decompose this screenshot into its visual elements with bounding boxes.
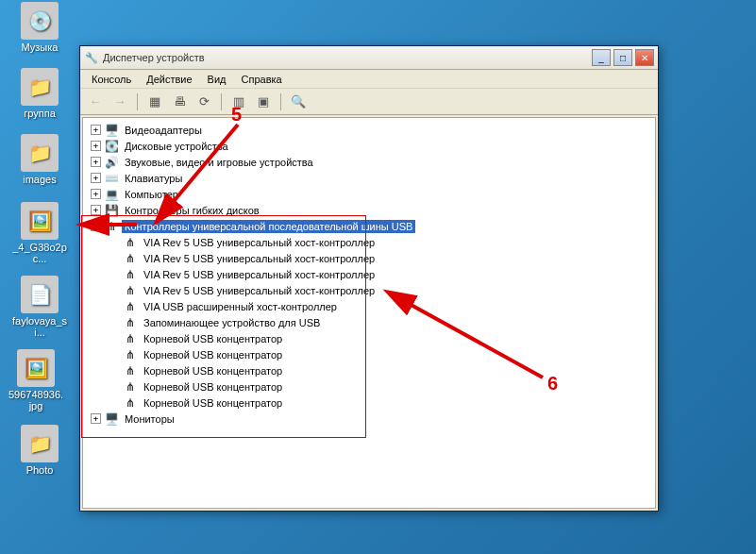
expander-icon[interactable]: + [91,141,101,151]
device-icon: ⋔ [123,299,138,314]
tree-view[interactable]: +🖥️Видеоадаптеры+💽Дисковые устройства+🔊З… [82,117,656,509]
update-button[interactable]: ▣ [254,92,273,111]
tree-node[interactable]: ⋔VIA Rev 5 USB универсальный хост-контро… [85,250,653,266]
expander-icon[interactable]: + [91,125,101,135]
desktop-icon-label: Photo [11,464,68,476]
node-label: VIA Rev 5 USB универсальный хост-контрол… [141,284,378,297]
device-icon: 🔊 [104,155,119,170]
expander-icon [109,349,120,360]
expander-icon [109,285,120,295]
tree-node[interactable]: ⋔Запоминающее устройство для USB [85,314,653,330]
minimize-button[interactable]: _ [592,49,611,66]
node-label: Звуковые, видео и игровые устройства [122,156,316,169]
close-button[interactable]: ✕ [635,49,654,66]
menubar: Консоль Действие Вид Справка [80,70,658,89]
tree-node[interactable]: +🔊Звуковые, видео и игровые устройства [85,154,653,170]
desktop-icon-image: 💿 [21,2,59,40]
device-icon: ⋔ [123,283,138,298]
tree-node[interactable]: −⋔Контроллеры универсальной последовател… [85,218,653,234]
desktop-icon-label: faylovaya_si... [11,315,68,338]
separator [280,93,281,110]
tree-node[interactable]: ⋔Корневой USB концентратор [85,378,653,395]
node-label: Корневой USB концентратор [141,364,285,378]
device-icon: ⋔ [123,267,138,282]
back-button[interactable]: ← [86,92,105,111]
menu-action[interactable]: Действие [139,72,199,87]
device-icon: ⌨️ [104,171,119,186]
node-label: VIA Rev 5 USB универсальный хост-контрол… [141,236,378,249]
desktop-icon-596748936.jpg[interactable]: 🖼️596748936.jpg [8,349,64,411]
desktop-icon-_4_G38o2pc...[interactable]: 🖼️_4_G38o2pc... [11,202,68,264]
expander-icon[interactable]: + [91,205,101,215]
properties-button[interactable]: ▦ [145,92,164,111]
expander-icon [109,253,120,263]
device-icon: ⋔ [104,219,119,234]
tree-node[interactable]: +💽Дисковые устройства [85,138,653,154]
desktop-icon-Photo[interactable]: 📁Photo [11,425,68,476]
desktop-icon-label: 596748936.jpg [8,389,64,411]
device-icon: 🖥️ [104,123,119,138]
forward-button[interactable]: → [110,92,129,111]
tree-node[interactable]: ⋔VIA Rev 5 USB универсальный хост-контро… [85,266,653,282]
titlebar[interactable]: 🔧 Диспетчер устройств _ □ ✕ [80,46,658,70]
device-icon: ⋔ [123,331,138,346]
app-icon: 🔧 [84,50,99,65]
node-label: Мониторы [122,412,177,426]
expander-icon[interactable]: + [91,157,101,167]
tree-node[interactable]: +🖥️Мониторы [85,411,653,427]
tree-node[interactable]: ⋔VIA Rev 5 USB универсальный хост-контро… [85,234,653,250]
tree-node[interactable]: +💻Компьютер [85,186,653,202]
node-label: Компьютер [122,188,181,201]
expander-icon[interactable]: + [91,173,101,183]
desktop-icon-label: _4_G38o2pc... [11,242,68,264]
expander-icon[interactable]: − [91,221,101,231]
desktop-icon-label: группа [11,108,68,119]
expander-icon [109,237,120,247]
desktop-icon-image: 📁 [21,68,59,106]
device-icon: 💻 [104,187,119,202]
node-label: Корневой USB концентратор [141,396,285,410]
node-label: Контроллеры гибких дисков [122,204,262,217]
tree-node[interactable]: ⋔Корневой USB концентратор [85,395,653,411]
expander-icon [109,397,120,408]
expander-icon [109,269,120,279]
menu-console[interactable]: Консоль [84,72,139,87]
tree-node[interactable]: +⌨️Клавиатуры [85,170,653,186]
tree-node[interactable]: ⋔VIA USB расширенный хост-контроллер [85,298,653,314]
tree-node[interactable]: ⋔Корневой USB концентратор [85,346,653,362]
expander-icon[interactable]: + [91,413,101,424]
node-label: Корневой USB концентратор [141,332,285,345]
print-button[interactable]: 🖶 [170,92,189,111]
desktop-icon-Музыка[interactable]: 💿Музыка [11,2,68,53]
desktop-icon-faylovaya_si...[interactable]: 📄faylovaya_si... [11,276,68,338]
device-icon: ⋔ [123,347,138,362]
expander-icon [109,333,120,344]
node-label: Запоминающее устройство для USB [141,316,323,329]
expander-icon [109,317,120,327]
device-icon: ⋔ [123,363,138,378]
desktop-icon-image: 🖼️ [21,202,59,240]
device-icon: 💽 [104,139,119,154]
expander-icon[interactable]: + [91,189,101,199]
node-label: Контроллеры универсальной последовательн… [122,220,415,233]
tree-node[interactable]: ⋔Корневой USB концентратор [85,362,653,378]
node-label: Корневой USB концентратор [141,380,285,394]
menu-help[interactable]: Справка [234,72,290,87]
tree-node[interactable]: +🖥️Видеоадаптеры [85,122,653,138]
expander-icon [109,365,120,376]
maximize-button[interactable]: □ [613,49,632,66]
toolbar: ← → ▦ 🖶 ⟳ ▥ ▣ 🔍 [80,89,658,115]
desktop-icon-images[interactable]: 📁images [11,134,68,185]
device-icon: ⋔ [123,379,138,395]
scan-button[interactable]: ▥ [229,92,248,111]
tree-node[interactable]: ⋔VIA Rev 5 USB универсальный хост-контро… [85,282,653,298]
separator [221,93,222,110]
menu-view[interactable]: Вид [200,72,234,87]
refresh-button[interactable]: ⟳ [194,92,213,111]
tree-node[interactable]: ⋔Корневой USB концентратор [85,330,653,346]
node-label: Видеоадаптеры [122,124,205,137]
desktop-icon-группа[interactable]: 📁группа [11,68,68,119]
uninstall-button[interactable]: 🔍 [289,92,308,111]
desktop-icon-image: 📄 [21,276,59,313]
tree-node[interactable]: +💾Контроллеры гибких дисков [85,202,653,218]
